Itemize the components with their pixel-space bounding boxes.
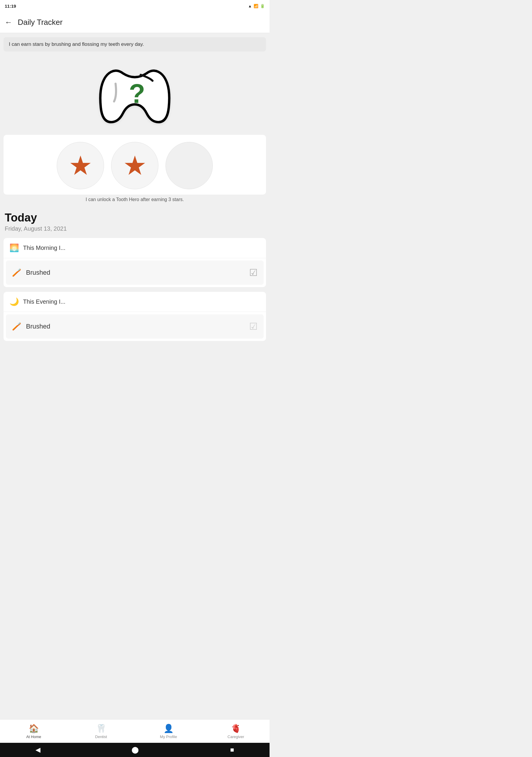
evening-icon: 🌙 [10, 297, 19, 306]
morning-header: 🌅 This Morning I... [4, 238, 266, 258]
tooth-illustration: ? [0, 56, 270, 133]
info-banner: I can earn stars by brushing and flossin… [4, 37, 266, 51]
task-left-evening: 🪥 Brushed [12, 322, 50, 331]
star-icon-2: ★ [123, 152, 147, 179]
evening-label: This Evening I... [23, 298, 65, 305]
morning-card: 🌅 This Morning I... 🪥 Brushed ☑ [4, 238, 266, 287]
task-left: 🪥 Brushed [12, 268, 50, 277]
status-bar: 11:19 ▲ 📶 🔋 [0, 0, 270, 12]
today-label: Today [5, 212, 265, 224]
battery-icon: 🔋 [260, 4, 265, 8]
wifi-icon: ▲ [248, 4, 252, 8]
svg-text:?: ? [129, 79, 145, 108]
morning-check-icon: ☑ [249, 267, 258, 278]
stars-caption: I can unlock a Tooth Hero after earning … [0, 197, 270, 202]
back-button[interactable]: ← [5, 18, 13, 27]
evening-check-icon: ☑ [249, 321, 258, 332]
morning-label: This Morning I... [23, 245, 65, 251]
star-3[interactable]: ★ [165, 142, 213, 189]
today-section: Today Friday, August 13, 2021 [0, 206, 270, 233]
info-text: I can earn stars by brushing and flossin… [9, 42, 144, 47]
star-icon-3: ★ [177, 152, 201, 179]
morning-task-brushed[interactable]: 🪥 Brushed ☑ [6, 260, 264, 285]
star-2[interactable]: ★ [111, 142, 159, 189]
evening-task-brushed[interactable]: 🪥 Brushed ☑ [6, 314, 264, 339]
star-1[interactable]: ★ [57, 142, 104, 189]
morning-icon: 🌅 [10, 243, 19, 253]
page-title: Daily Tracker [18, 18, 63, 27]
stars-container: ★ ★ ★ [4, 135, 266, 195]
star-icon-1: ★ [69, 152, 93, 179]
evening-header: 🌙 This Evening I... [4, 292, 266, 312]
scroll-content: I can earn stars by brushing and flossin… [0, 33, 270, 367]
evening-card: 🌙 This Evening I... 🪥 Brushed ☑ [4, 292, 266, 341]
today-date: Friday, August 13, 2021 [5, 225, 265, 232]
signal-icon: 📶 [253, 4, 258, 8]
evening-brushed-label: Brushed [26, 322, 50, 330]
status-icons: ▲ 📶 🔋 [248, 4, 265, 8]
morning-brushed-label: Brushed [26, 269, 50, 277]
top-bar: ← Daily Tracker [0, 12, 270, 33]
tooth-svg: ? [93, 57, 176, 131]
brush-icon: 🪥 [12, 268, 21, 277]
brush-icon-evening: 🪥 [12, 322, 21, 331]
status-time: 11:19 [5, 4, 16, 9]
